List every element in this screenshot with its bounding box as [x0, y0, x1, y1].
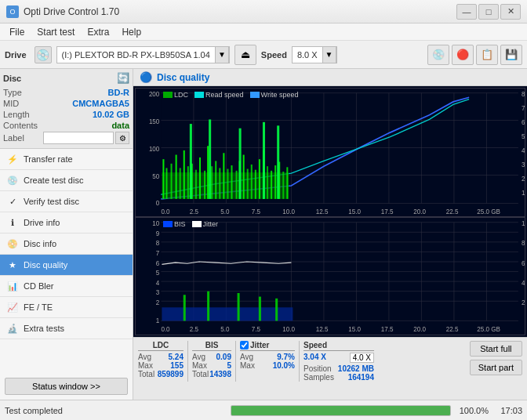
- minimize-button[interactable]: —: [456, 4, 477, 20]
- menu-start-test[interactable]: Start test: [31, 25, 81, 39]
- sidebar-item-transfer-rate[interactable]: ⚡ Transfer rate: [0, 149, 133, 170]
- ldc-header: LDC: [138, 341, 184, 351]
- svg-rect-22: [184, 150, 185, 199]
- svg-rect-49: [190, 124, 192, 199]
- maximize-button[interactable]: □: [478, 4, 499, 20]
- fe-te-icon: 📈: [6, 301, 19, 313]
- mid-value: CMCMAGBA5: [72, 99, 129, 108]
- sidebar-item-verify-test-disc[interactable]: ✓ Verify test disc: [0, 191, 133, 212]
- svg-rect-44: [271, 171, 272, 199]
- sidebar-item-fe-te[interactable]: 📈 FE / TE: [0, 297, 133, 318]
- bis-max-value: 5: [227, 361, 231, 370]
- svg-rect-26: [199, 158, 201, 199]
- svg-text:10%: 10%: [522, 219, 525, 228]
- svg-text:8X: 8X: [522, 90, 525, 99]
- svg-rect-35: [236, 171, 238, 199]
- svg-text:22.5: 22.5: [446, 208, 459, 216]
- label-input[interactable]: [43, 132, 114, 144]
- label-button[interactable]: ⚙: [115, 132, 129, 144]
- sidebar-item-disc-quality-label: Disc quality: [24, 260, 67, 270]
- erase-button[interactable]: 🔴: [452, 45, 474, 65]
- action-buttons: Start full Start part: [470, 341, 522, 375]
- status-window-button[interactable]: Status window >>: [5, 378, 128, 395]
- svg-text:7X: 7X: [522, 104, 525, 113]
- sidebar-item-cd-bler[interactable]: 📊 CD Bler: [0, 276, 133, 297]
- type-label: Type: [3, 88, 22, 97]
- create-test-disc-icon: 💿: [6, 174, 19, 186]
- svg-rect-18: [165, 168, 167, 198]
- disc-panel-icon[interactable]: 🔄: [117, 72, 129, 84]
- svg-text:8%: 8%: [522, 239, 525, 248]
- svg-text:150: 150: [149, 118, 160, 126]
- bis-total-row: Total 14398: [192, 370, 231, 378]
- jitter-avg-value: 9.7%: [277, 353, 295, 361]
- samples-row: Samples 164194: [303, 373, 374, 382]
- svg-text:5: 5: [156, 269, 160, 277]
- length-value: 10.02 GB: [93, 110, 129, 119]
- copy-button[interactable]: 📋: [476, 45, 498, 65]
- sidebar-item-drive-info-label: Drive info: [24, 218, 60, 227]
- svg-text:20.0: 20.0: [413, 325, 426, 334]
- save-button[interactable]: 💾: [500, 45, 522, 65]
- label-label: Label: [3, 133, 24, 143]
- legend-jitter: Jitter: [203, 220, 219, 228]
- svg-rect-19: [171, 164, 173, 199]
- svg-text:3: 3: [156, 288, 160, 297]
- bis-avg-value: 0.09: [216, 353, 231, 361]
- svg-rect-53: [277, 125, 279, 199]
- svg-text:15.0: 15.0: [348, 208, 361, 216]
- svg-text:10.0: 10.0: [282, 208, 295, 216]
- ldc-total-value: 859899: [158, 370, 184, 378]
- total-label: Total: [138, 370, 154, 378]
- disc-info-toolbar-button[interactable]: 💿: [427, 45, 449, 65]
- speed-label: Speed: [261, 50, 287, 60]
- svg-text:5.0: 5.0: [220, 208, 229, 216]
- svg-rect-39: [251, 165, 253, 199]
- sidebar-item-transfer-rate-label: Transfer rate: [24, 154, 73, 164]
- close-button[interactable]: ✕: [500, 4, 521, 20]
- sidebar-item-disc-quality[interactable]: ★ Disc quality: [0, 255, 133, 276]
- drive-bar: Drive 💿 (I:) PLEXTOR BD-R PX-LB950SA 1.0…: [0, 41, 527, 69]
- svg-text:200: 200: [149, 90, 160, 99]
- sidebar-item-extra-tests[interactable]: 🔬 Extra tests: [0, 318, 133, 339]
- eject-button[interactable]: ⏏: [234, 45, 256, 65]
- sidebar: Disc 🔄 Type BD-R MID CMCMAGBA5 Length 10…: [0, 69, 133, 400]
- extra-tests-icon: 🔬: [6, 322, 19, 335]
- transfer-rate-icon: ⚡: [6, 153, 19, 165]
- sidebar-item-drive-info[interactable]: ℹ Drive info: [0, 212, 133, 234]
- svg-rect-47: [282, 172, 284, 199]
- svg-text:25.0 GB: 25.0 GB: [477, 325, 500, 334]
- svg-text:6%: 6%: [522, 259, 525, 268]
- svg-rect-23: [187, 166, 189, 199]
- start-full-button[interactable]: Start full: [470, 341, 522, 357]
- window-controls: — □ ✕: [456, 4, 521, 20]
- sidebar-item-create-test-disc[interactable]: 💿 Create test disc: [0, 170, 133, 191]
- menu-file[interactable]: File: [3, 25, 31, 39]
- svg-text:2: 2: [156, 299, 160, 307]
- svg-text:7: 7: [156, 249, 160, 258]
- svg-rect-29: [211, 166, 213, 199]
- legend-ldc: LDC: [174, 91, 188, 99]
- menu-help[interactable]: Help: [115, 25, 147, 39]
- start-part-button[interactable]: Start part: [470, 360, 522, 375]
- drive-dropdown-button[interactable]: ▼: [215, 46, 229, 63]
- ldc-avg-row: Avg 5.24: [138, 353, 184, 361]
- progress-bar: [231, 405, 452, 416]
- speed-dropdown-button[interactable]: ▼: [322, 46, 336, 63]
- svg-text:6: 6: [156, 259, 160, 268]
- menu-extra[interactable]: Extra: [81, 25, 115, 39]
- jitter-checkbox[interactable]: [240, 341, 249, 349]
- disc-panel-title: Disc: [3, 74, 21, 83]
- svg-text:100: 100: [149, 145, 160, 154]
- svg-rect-102: [238, 293, 240, 320]
- svg-rect-48: [286, 167, 288, 199]
- svg-rect-33: [227, 169, 228, 199]
- charts-area: LDC Read speed Write speed: [133, 86, 527, 337]
- svg-text:1X: 1X: [522, 189, 525, 197]
- svg-text:7.5: 7.5: [252, 208, 260, 216]
- contents-label: Contents: [3, 121, 38, 130]
- stats-bar: LDC Avg 5.24 Max 155 Total 859899: [133, 337, 527, 400]
- speed-select[interactable]: 4.0 X: [350, 353, 374, 363]
- sidebar-item-disc-info[interactable]: 📀 Disc info: [0, 234, 133, 255]
- svg-text:6X: 6X: [522, 118, 525, 127]
